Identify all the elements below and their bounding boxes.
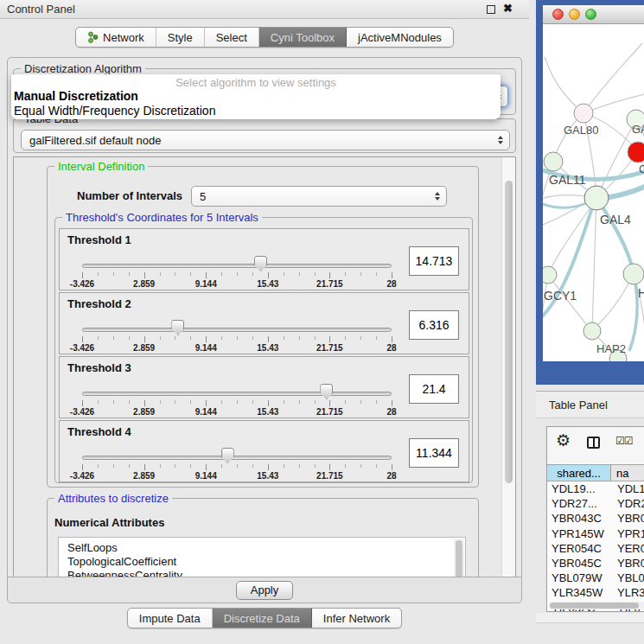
table-cell-name[interactable]: YDR2 xyxy=(611,497,644,512)
settings-scrollbar[interactable] xyxy=(501,157,515,577)
network-node[interactable] xyxy=(544,152,563,171)
network-node-label[interactable]: C xyxy=(639,163,644,175)
table-cell-shared-name[interactable]: YBR043C xyxy=(547,512,611,526)
network-node-label[interactable]: HAP2 xyxy=(596,342,626,355)
apply-strip: Apply xyxy=(8,577,521,603)
slider-thumb[interactable] xyxy=(221,448,234,463)
table-row[interactable]: YER054CYER0 xyxy=(547,542,644,557)
table-cell-shared-name[interactable]: YBL079W xyxy=(547,571,611,586)
table-cell-shared-name[interactable]: YBR045C xyxy=(547,557,611,571)
table-cell-name[interactable]: YBL0 xyxy=(611,571,644,586)
tab-cyni-toolbox[interactable]: Cyni Toolbox xyxy=(259,28,347,47)
network-node[interactable] xyxy=(584,186,609,210)
minimize-traffic-light-icon[interactable] xyxy=(569,9,580,20)
table-data-combo[interactable]: galFiltered.sif default node xyxy=(21,130,510,150)
slider-track[interactable] xyxy=(82,264,392,268)
threshold-value-field[interactable]: 11.344 xyxy=(409,438,459,468)
tab-discretize-data[interactable]: Discretize Data xyxy=(213,609,312,628)
attributes-scrollbar[interactable] xyxy=(454,539,464,578)
network-node[interactable] xyxy=(583,322,601,340)
algorithm-placeholder-option[interactable]: Select algorithm to view settings xyxy=(11,74,501,89)
slider-track[interactable] xyxy=(82,392,392,396)
tick-label: -3.426 xyxy=(70,279,94,289)
attribute-list-item[interactable]: TopologicalCoefficient xyxy=(59,555,465,569)
network-node-label[interactable]: GAL11 xyxy=(549,173,586,187)
algorithm-option[interactable]: Equal Width/Frequency Discretization xyxy=(11,104,501,118)
attribute-list-item[interactable]: SelfLoops xyxy=(59,541,465,555)
network-node[interactable] xyxy=(574,104,593,123)
table-row[interactable]: YBR043CYBR0 xyxy=(547,512,644,526)
table-cell-name[interactable]: YPR1 xyxy=(611,527,644,542)
tab-impute-data[interactable]: Impute Data xyxy=(128,609,213,628)
table-row[interactable]: YPR145WYPR1 xyxy=(547,527,644,542)
tick-mark xyxy=(345,272,346,276)
network-icon xyxy=(87,31,99,43)
network-node-label[interactable]: GA xyxy=(632,123,644,136)
network-node[interactable] xyxy=(628,142,644,163)
tab-network[interactable]: Network xyxy=(76,28,156,47)
tick-mark xyxy=(129,336,130,340)
network-canvas[interactable]: GAL80GACGAL11GAL4GCY1HHAP2 xyxy=(543,24,644,361)
table-cell-name[interactable]: YER0 xyxy=(611,542,644,557)
slider-thumb[interactable] xyxy=(171,320,184,335)
close-icon[interactable]: ✖ xyxy=(503,2,513,15)
table-cell-shared-name[interactable]: YDR27... xyxy=(547,497,611,512)
settings-scrollbar-thumb[interactable] xyxy=(505,181,513,483)
attributes-to-discretize-group: Attributes to discretize Numerical Attri… xyxy=(47,498,479,578)
table-cell-shared-name[interactable]: YLR345W xyxy=(547,586,611,601)
table-cell-name[interactable]: YLR3 xyxy=(611,586,644,601)
tick-mark xyxy=(237,464,238,468)
threshold-value-field[interactable]: 14.713 xyxy=(409,246,459,276)
table-cell-name[interactable]: YBR0 xyxy=(611,557,644,571)
tab-style[interactable]: Style xyxy=(156,28,205,47)
slider-thumb[interactable] xyxy=(320,384,333,399)
tab-select[interactable]: Select xyxy=(205,28,259,47)
column-header-name[interactable]: na xyxy=(611,465,644,481)
tick-mark xyxy=(206,464,207,470)
tab-jactivemnodules[interactable]: jActiveMNodules xyxy=(347,28,453,47)
slider-thumb[interactable] xyxy=(254,256,267,271)
columns-icon[interactable] xyxy=(587,437,600,449)
tick-mark xyxy=(315,464,316,468)
numerical-attributes-list[interactable]: SelfLoopsTopologicalCoefficientBetweenne… xyxy=(58,537,466,578)
table-row[interactable]: YBL079WYBL0 xyxy=(547,571,644,586)
table-row[interactable]: YBR045CYBR0 xyxy=(547,557,644,571)
table-cell-name[interactable]: YDL1 xyxy=(611,482,644,497)
apply-button[interactable]: Apply xyxy=(236,581,294,600)
table-row[interactable]: YDR27...YDR2 xyxy=(547,497,644,512)
network-node-label[interactable]: H xyxy=(638,286,644,300)
number-of-intervals-combo[interactable]: 5 xyxy=(191,186,447,207)
network-node-label[interactable]: GAL80 xyxy=(564,124,598,137)
network-window-titlebar[interactable] xyxy=(543,5,644,24)
tick-label: 9.144 xyxy=(195,407,217,417)
table-hscrollbar-thumb[interactable] xyxy=(550,603,639,609)
tick-mark xyxy=(160,272,161,276)
slider-track[interactable] xyxy=(82,456,392,460)
network-node-label[interactable]: GCY1 xyxy=(544,289,577,303)
close-traffic-light-icon[interactable] xyxy=(552,9,564,20)
column-header-shared-name[interactable]: shared... xyxy=(547,465,611,481)
table-row[interactable]: YDL19...YDL1 xyxy=(547,482,644,497)
algorithm-option[interactable]: Manual Discretization xyxy=(11,89,501,104)
network-node[interactable] xyxy=(543,266,557,284)
table-hscrollbar[interactable] xyxy=(549,602,644,609)
table-cell-shared-name[interactable]: YDL19... xyxy=(547,482,611,497)
tick-mark xyxy=(299,336,300,340)
table-row[interactable]: YLR345WYLR3 xyxy=(547,586,644,601)
tab-infer-network[interactable]: Infer Network xyxy=(312,609,401,628)
zoom-traffic-light-icon[interactable] xyxy=(585,9,596,20)
table-cell-name[interactable]: YBR0 xyxy=(611,512,644,526)
tab-label: Network xyxy=(103,31,144,44)
attributes-scrollbar-thumb[interactable] xyxy=(456,540,462,578)
threshold-value-field[interactable]: 6.316 xyxy=(409,310,459,340)
float-panel-icon[interactable] xyxy=(487,5,495,14)
table-cell-shared-name[interactable]: YPR145W xyxy=(547,527,611,542)
slider-track[interactable] xyxy=(82,328,392,332)
threshold-value-field[interactable]: 21.4 xyxy=(409,374,459,404)
network-node[interactable] xyxy=(623,264,644,284)
checkbox-icons[interactable]: ☑☑ xyxy=(615,435,633,447)
tick-mark xyxy=(268,400,269,406)
gear-icon[interactable]: ⚙ xyxy=(556,430,571,450)
network-node-label[interactable]: GAL4 xyxy=(600,213,631,226)
table-cell-shared-name[interactable]: YER054C xyxy=(547,542,611,557)
